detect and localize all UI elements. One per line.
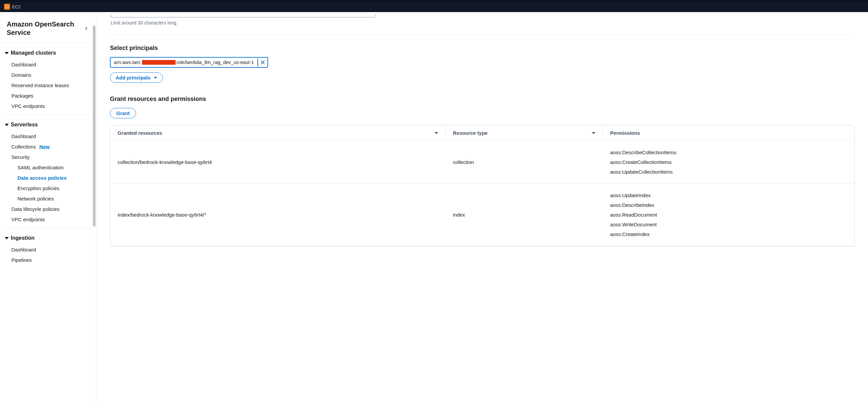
principals-heading: Select principals <box>110 45 855 52</box>
permission-item: aoss:DescribeCollectionItems <box>610 147 847 157</box>
main-content: Limit around 30 characters long. Select … <box>96 12 868 405</box>
cell-resource: collection/bedrock-knowledge-base-qy6rt4 <box>110 141 446 183</box>
collapse-nav-button[interactable] <box>84 25 90 32</box>
cell-permissions: aoss:UpdateIndex aoss:DescribeIndex aoss… <box>603 184 854 246</box>
shell: Amazon OpenSearch Service Managed cluste… <box>0 12 868 405</box>
table-row: index/bedrock-knowledge-base-qy6rt4/* in… <box>110 184 854 246</box>
side-nav: Amazon OpenSearch Service Managed cluste… <box>0 12 96 405</box>
cell-type: collection <box>446 141 603 183</box>
col-permissions[interactable]: Permissions <box>603 125 854 141</box>
name-input[interactable] <box>111 14 375 18</box>
nav-item-sl-vpc-endpoints[interactable]: VPC endpoints <box>5 214 92 225</box>
nav-item-dashboard[interactable]: Dashboard <box>5 59 92 70</box>
service-chip[interactable]: EC2 <box>4 4 21 10</box>
principal-token: arn:aws:iam: role/lambda_llm_rag_dev_us-… <box>110 57 268 68</box>
nav-item-sl-dashboard[interactable]: Dashboard <box>5 131 92 142</box>
close-icon <box>260 60 266 65</box>
nav-item-data-lifecycle[interactable]: Data lifecycle policies <box>5 204 92 214</box>
nav-item-domains[interactable]: Domains <box>5 70 92 80</box>
top-bar: EC2 <box>0 0 868 12</box>
cell-type: index <box>446 184 603 246</box>
nav-item-ing-dashboard[interactable]: Dashboard <box>5 244 92 255</box>
principal-token-text: arn:aws:iam: role/lambda_llm_rag_dev_us-… <box>111 58 257 67</box>
permission-item: aoss:CreateIndex <box>610 229 847 239</box>
permission-item: aoss:UpdateIndex <box>610 191 847 200</box>
cell-permissions: aoss:DescribeCollectionItems aoss:Create… <box>603 141 854 183</box>
col-resource-type[interactable]: Resource type <box>446 125 603 141</box>
grant-heading: Grant resources and permissions <box>110 95 855 103</box>
sort-icon <box>592 132 595 134</box>
col-granted-resources[interactable]: Granted resources <box>110 125 446 141</box>
nav-item-reserved-instance-leases[interactable]: Reserved Instance leases <box>5 80 92 90</box>
nav-item-saml[interactable]: SAML authentication <box>11 162 92 173</box>
nav-item-packages[interactable]: Packages <box>5 90 92 101</box>
caret-down-icon <box>5 52 9 54</box>
nav-group-serverless[interactable]: Serverless <box>5 118 92 131</box>
nav-item-vpc-endpoints[interactable]: VPC endpoints <box>5 101 92 111</box>
svg-rect-0 <box>6 5 8 8</box>
permission-item: aoss:DescribeIndex <box>610 200 847 210</box>
char-limit-hint: Limit around 30 characters long. <box>111 20 855 26</box>
nav-item-encryption-policies[interactable]: Encryption policies <box>11 183 92 194</box>
nav-item-data-access-policies[interactable]: Data access policies <box>11 173 92 183</box>
new-badge: New <box>39 144 50 149</box>
nav-group-ingestion[interactable]: Ingestion <box>5 232 92 244</box>
chevron-left-icon <box>84 26 89 31</box>
nav-item-security[interactable]: Security <box>5 152 92 162</box>
grant-button[interactable]: Grant <box>110 108 136 118</box>
ec2-icon <box>4 4 10 10</box>
remove-principal-button[interactable] <box>257 58 268 66</box>
caret-down-icon <box>154 77 157 79</box>
cell-resource: index/bedrock-knowledge-base-qy6rt4/* <box>110 184 446 246</box>
nav-item-pipelines[interactable]: Pipelines <box>5 255 92 265</box>
nav-group-managed-clusters[interactable]: Managed clusters <box>5 47 92 59</box>
permission-item: aoss:CreateCollectionItems <box>610 157 847 167</box>
service-label: EC2 <box>12 4 21 9</box>
permission-item: aoss:WriteDocument <box>610 220 847 229</box>
nav-scrollbar[interactable] <box>92 12 96 405</box>
caret-down-icon <box>5 124 9 126</box>
redacted-account-id <box>142 60 176 65</box>
grants-table: Granted resources Resource type Permissi… <box>110 125 855 247</box>
permission-item: aoss:UpdateCollectionItems <box>610 167 847 177</box>
nav-title: Amazon OpenSearch Service <box>7 20 84 37</box>
table-row: collection/bedrock-knowledge-base-qy6rt4… <box>110 141 854 184</box>
caret-down-icon <box>5 237 9 239</box>
nav-item-collections[interactable]: Collections New <box>5 142 92 152</box>
permission-item: aoss:ReadDocument <box>610 210 847 220</box>
sort-icon <box>435 132 438 134</box>
nav-item-network-policies[interactable]: Network policies <box>11 194 92 204</box>
add-principals-button[interactable]: Add principals <box>110 73 163 83</box>
